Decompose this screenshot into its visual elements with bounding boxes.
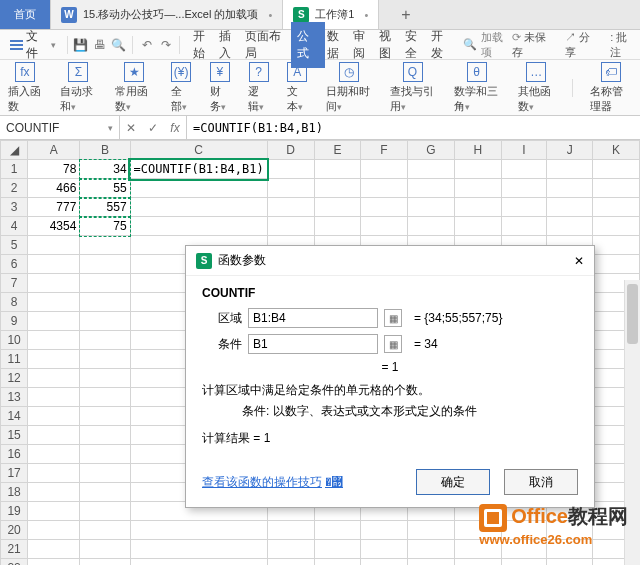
col-header[interactable]: E: [314, 141, 361, 160]
row-header[interactable]: 7: [1, 274, 28, 293]
cell[interactable]: [80, 236, 130, 255]
cell[interactable]: [407, 540, 454, 559]
cell[interactable]: [407, 521, 454, 540]
row-header[interactable]: 22: [1, 559, 28, 566]
help-link[interactable]: 查看该函数的操作技巧 �힩: [202, 474, 343, 491]
comments-button[interactable]: : 批注: [610, 30, 636, 60]
col-header[interactable]: I: [501, 141, 546, 160]
cell[interactable]: [80, 369, 130, 388]
confirm-edit[interactable]: ✓: [142, 121, 164, 135]
tab-sheet-menu[interactable]: •: [364, 9, 368, 21]
cell[interactable]: 75: [80, 217, 130, 236]
cell[interactable]: [361, 179, 408, 198]
cell[interactable]: [593, 217, 640, 236]
cell[interactable]: [593, 236, 640, 255]
cell[interactable]: [28, 369, 80, 388]
cell[interactable]: =COUNTIF(B1:B4,B1): [130, 160, 267, 179]
corner-cell[interactable]: ◢: [1, 141, 28, 160]
row-header[interactable]: 20: [1, 521, 28, 540]
cell[interactable]: 777: [28, 198, 80, 217]
cell[interactable]: [361, 559, 408, 566]
row-header[interactable]: 16: [1, 445, 28, 464]
col-header[interactable]: D: [267, 141, 314, 160]
cell[interactable]: [267, 559, 314, 566]
ribbon-search[interactable]: 🔍 加载项: [463, 30, 510, 60]
cell[interactable]: [28, 293, 80, 312]
row-header[interactable]: 18: [1, 483, 28, 502]
cell[interactable]: [28, 407, 80, 426]
cell[interactable]: [407, 559, 454, 566]
col-header[interactable]: A: [28, 141, 80, 160]
name-box[interactable]: COUNTIF ▾: [0, 116, 120, 139]
cell[interactable]: [501, 198, 546, 217]
cell[interactable]: [28, 388, 80, 407]
row-header[interactable]: 14: [1, 407, 28, 426]
cell[interactable]: [80, 464, 130, 483]
row-header[interactable]: 2: [1, 179, 28, 198]
cell[interactable]: [454, 179, 501, 198]
col-header[interactable]: J: [547, 141, 593, 160]
row-header[interactable]: 21: [1, 540, 28, 559]
cell[interactable]: [28, 559, 80, 566]
cell[interactable]: [80, 274, 130, 293]
row-header[interactable]: 6: [1, 255, 28, 274]
collapse-dialog-icon[interactable]: ▦: [384, 335, 402, 353]
cell[interactable]: [454, 160, 501, 179]
cell[interactable]: [314, 559, 361, 566]
cell[interactable]: [593, 198, 640, 217]
fx-button[interactable]: fx: [164, 121, 186, 135]
row-header[interactable]: 12: [1, 369, 28, 388]
col-header[interactable]: G: [407, 141, 454, 160]
undo-icon[interactable]: ↶: [138, 36, 155, 54]
cell[interactable]: [547, 217, 593, 236]
cell[interactable]: [28, 255, 80, 274]
cell[interactable]: [130, 217, 267, 236]
cell[interactable]: [80, 255, 130, 274]
cell[interactable]: [314, 160, 361, 179]
row-header[interactable]: 19: [1, 502, 28, 521]
cell[interactable]: [267, 540, 314, 559]
logic-fn[interactable]: ?逻辑▾: [244, 62, 273, 114]
col-header[interactable]: C: [130, 141, 267, 160]
collapse-dialog-icon[interactable]: ▦: [384, 309, 402, 327]
common-fn[interactable]: ★常用函数▾: [111, 62, 157, 114]
cell[interactable]: [593, 179, 640, 198]
cell[interactable]: [547, 198, 593, 217]
col-header[interactable]: F: [361, 141, 408, 160]
math-fn[interactable]: θ数学和三角▾: [450, 62, 504, 114]
cell[interactable]: [267, 521, 314, 540]
cell[interactable]: [130, 521, 267, 540]
cell[interactable]: [130, 198, 267, 217]
cell[interactable]: [361, 521, 408, 540]
cell[interactable]: [80, 445, 130, 464]
cell[interactable]: [28, 274, 80, 293]
preview-icon[interactable]: 🔍: [110, 36, 127, 54]
cell[interactable]: [80, 540, 130, 559]
name-manager[interactable]: 🏷名称管理器: [586, 62, 636, 114]
cell[interactable]: [80, 521, 130, 540]
formula-input[interactable]: =COUNTIF(B1:B4,B1): [187, 116, 640, 139]
cell[interactable]: 557: [80, 198, 130, 217]
cell[interactable]: [361, 217, 408, 236]
other-fn[interactable]: …其他函数▾: [514, 62, 560, 114]
cell[interactable]: [80, 388, 130, 407]
cell[interactable]: [314, 521, 361, 540]
cell[interactable]: 78: [28, 160, 80, 179]
cell[interactable]: [501, 559, 546, 566]
row-header[interactable]: 13: [1, 388, 28, 407]
row-header[interactable]: 5: [1, 236, 28, 255]
cell[interactable]: [28, 521, 80, 540]
all-fn[interactable]: (¥)全部▾: [167, 62, 196, 114]
cell[interactable]: [28, 540, 80, 559]
cell[interactable]: [130, 179, 267, 198]
cell[interactable]: [454, 559, 501, 566]
col-header[interactable]: B: [80, 141, 130, 160]
cell[interactable]: [80, 350, 130, 369]
share-button[interactable]: ↗ 分享: [565, 30, 598, 60]
row-header[interactable]: 15: [1, 426, 28, 445]
cell[interactable]: [80, 407, 130, 426]
row-header[interactable]: 8: [1, 293, 28, 312]
cell[interactable]: [407, 179, 454, 198]
cell[interactable]: [28, 464, 80, 483]
cell[interactable]: [80, 426, 130, 445]
